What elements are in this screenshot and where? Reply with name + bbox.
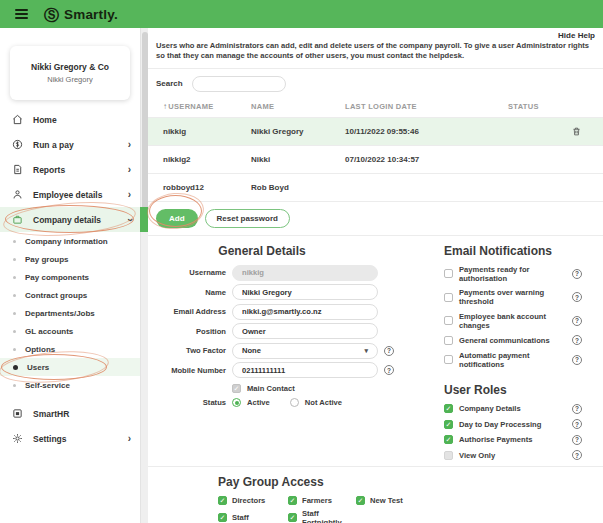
staff-checkbox[interactable]: ✓ bbox=[218, 513, 227, 522]
mobile-help-icon[interactable]: ? bbox=[384, 365, 394, 375]
search-input[interactable] bbox=[192, 76, 286, 92]
sort-ascending-icon: ↑ bbox=[163, 102, 167, 111]
two-factor-help-icon[interactable]: ? bbox=[384, 346, 394, 356]
new-test-checkbox[interactable]: ✓ bbox=[356, 496, 365, 505]
person-icon bbox=[11, 189, 24, 200]
sidebar-item-employee-details[interactable]: Employee details › bbox=[0, 182, 140, 207]
bullet-icon bbox=[13, 294, 16, 297]
sidebar-subitem-options[interactable]: Options bbox=[0, 340, 140, 358]
column-header-last-login[interactable]: LAST LOGIN DATE bbox=[345, 102, 508, 111]
general-details-title: General Details bbox=[156, 244, 368, 258]
cell-last-login: 10/11/2022 09:55:46 bbox=[345, 127, 508, 136]
add-button[interactable]: Add bbox=[156, 209, 198, 228]
hamburger-menu-icon[interactable] bbox=[15, 9, 28, 19]
help-icon[interactable]: ? bbox=[572, 435, 582, 445]
sidebar-item-smarthr[interactable]: SmartHR bbox=[0, 401, 140, 426]
column-header-username[interactable]: ↑USERNAME bbox=[163, 102, 251, 111]
hide-help-link[interactable]: Hide Help bbox=[156, 31, 595, 40]
directors-checkbox[interactable]: ✓ bbox=[218, 496, 227, 505]
chevron-down-icon: › bbox=[124, 218, 134, 221]
username-label: Username bbox=[156, 268, 226, 277]
table-row[interactable]: nikkig2 Nikki 07/10/2022 10:34:57 bbox=[148, 145, 603, 173]
company-details-role-checkbox[interactable]: ✓ bbox=[444, 404, 453, 413]
divider bbox=[148, 466, 603, 467]
sidebar-subitem-contract-groups[interactable]: Contract groups bbox=[0, 286, 140, 304]
username-field bbox=[232, 265, 378, 281]
pay-group-item: ✓ Directors bbox=[218, 496, 288, 505]
role-item: View Only ? bbox=[444, 450, 582, 460]
help-icon[interactable]: ? bbox=[572, 316, 582, 326]
sidebar-subitem-company-information[interactable]: Company information bbox=[0, 232, 140, 250]
cell-name: Nikki Gregory bbox=[251, 127, 345, 136]
sidebar-subitem-users[interactable]: Users bbox=[0, 358, 140, 376]
status-active-radio[interactable] bbox=[232, 398, 241, 407]
notifications-roles-section: Email Notifications Payments ready for a… bbox=[444, 236, 595, 466]
subitem-label: Self-service bbox=[25, 381, 70, 390]
subitem-label: Company information bbox=[25, 237, 108, 246]
status-not-active-label: Not Active bbox=[305, 398, 342, 407]
authorise-payments-role-checkbox[interactable]: ✓ bbox=[444, 435, 453, 444]
reset-password-button[interactable]: Reset password bbox=[205, 209, 290, 228]
sidebar-subitem-gl-accounts[interactable]: GL accounts bbox=[0, 322, 140, 340]
company-card[interactable]: Nikki Gregory & Co Nikki Gregory bbox=[10, 46, 130, 100]
users-page: Hide Help Users who are Administrators c… bbox=[148, 28, 603, 523]
sidebar-item-settings[interactable]: Settings › bbox=[0, 426, 140, 451]
farmers-checkbox[interactable]: ✓ bbox=[288, 496, 297, 505]
sidebar-item-label: Company details bbox=[33, 215, 119, 225]
pay-group-item: ✓ Farmers bbox=[288, 496, 356, 505]
topbar: Ⓢ Smartly. bbox=[0, 0, 603, 28]
sidebar: Nikki Gregory & Co Nikki Gregory Home Ru… bbox=[0, 28, 140, 523]
role-item: ✓ Company Details ? bbox=[444, 404, 582, 414]
table-row[interactable]: robboyd12 Rob Boyd bbox=[148, 173, 603, 201]
subitem-label: Options bbox=[25, 345, 55, 354]
column-header-name[interactable]: NAME bbox=[251, 102, 345, 111]
email-field[interactable] bbox=[232, 304, 378, 320]
payments-ready-checkbox[interactable] bbox=[444, 269, 453, 278]
sidebar-item-label: Settings bbox=[33, 434, 119, 444]
general-communications-checkbox[interactable] bbox=[444, 336, 453, 345]
sidebar-subitem-departments-jobs[interactable]: Departments/Jobs bbox=[0, 304, 140, 322]
delete-user-button[interactable] bbox=[572, 126, 603, 137]
column-header-status[interactable]: STATUS bbox=[508, 102, 572, 111]
sidebar-item-home[interactable]: Home bbox=[0, 107, 140, 132]
help-icon[interactable]: ? bbox=[572, 292, 582, 302]
position-field[interactable] bbox=[232, 323, 378, 339]
bullet-icon bbox=[13, 276, 16, 279]
help-icon[interactable]: ? bbox=[572, 355, 582, 365]
mobile-field[interactable] bbox=[232, 362, 378, 378]
help-icon[interactable]: ? bbox=[572, 269, 582, 279]
sidebar-subitem-pay-components[interactable]: Pay components bbox=[0, 268, 140, 286]
bank-account-changes-checkbox[interactable] bbox=[444, 316, 453, 325]
chevron-right-icon: › bbox=[128, 434, 131, 444]
sidebar-item-label: Home bbox=[33, 115, 131, 125]
bullet-icon bbox=[13, 240, 16, 243]
help-icon[interactable]: ? bbox=[572, 450, 582, 460]
sidebar-subitem-pay-groups[interactable]: Pay groups bbox=[0, 250, 140, 268]
day-to-day-role-checkbox[interactable]: ✓ bbox=[444, 420, 453, 429]
sidebar-nav: Home Run a pay › Reports › Employee deta… bbox=[0, 107, 140, 451]
help-icon[interactable]: ? bbox=[572, 419, 582, 429]
two-factor-select[interactable]: None ▾ bbox=[232, 343, 378, 359]
table-row[interactable]: nikkig Nikki Gregory 10/11/2022 09:55:46 bbox=[148, 117, 603, 145]
main-contact-label: Main Contact bbox=[247, 384, 295, 393]
name-field[interactable] bbox=[232, 284, 378, 300]
view-only-role-checkbox[interactable] bbox=[444, 451, 453, 460]
notification-item: Payments over warning threshold ? bbox=[444, 288, 582, 306]
trash-icon bbox=[572, 126, 581, 137]
status-not-active-radio[interactable] bbox=[290, 398, 299, 407]
notification-item: General communications ? bbox=[444, 335, 582, 345]
role-item: ✓ Day to Day Processing ? bbox=[444, 419, 582, 429]
sidebar-item-company-details[interactable]: Company details › bbox=[0, 207, 140, 232]
staff-fortnightly-checkbox[interactable]: ✓ bbox=[288, 513, 297, 522]
help-icon[interactable]: ? bbox=[572, 404, 582, 414]
help-icon[interactable]: ? bbox=[572, 335, 582, 345]
sidebar-item-run-a-pay[interactable]: Run a pay › bbox=[0, 132, 140, 157]
automatic-payment-checkbox[interactable] bbox=[444, 355, 453, 364]
smartly-s-icon: Ⓢ bbox=[44, 7, 59, 22]
payments-warning-checkbox[interactable] bbox=[444, 293, 453, 302]
cell-username: nikkig bbox=[163, 127, 251, 136]
sidebar-subitem-self-service[interactable]: Self-service bbox=[0, 376, 140, 394]
home-icon bbox=[11, 114, 24, 125]
sidebar-item-reports[interactable]: Reports › bbox=[0, 157, 140, 182]
cell-last-login: 07/10/2022 10:34:57 bbox=[345, 155, 508, 164]
